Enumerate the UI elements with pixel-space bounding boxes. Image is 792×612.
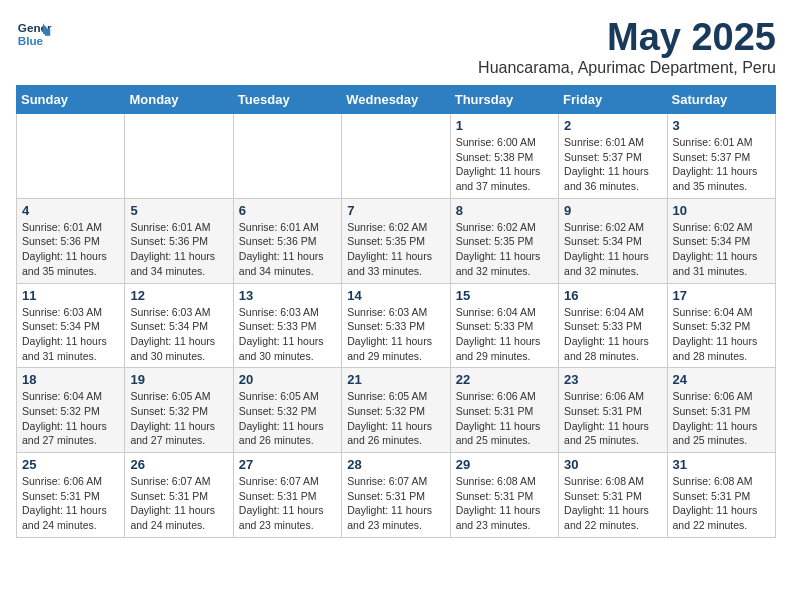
calendar-cell: 4Sunrise: 6:01 AM Sunset: 5:36 PM Daylig… — [17, 198, 125, 283]
day-number: 29 — [456, 457, 553, 472]
day-number: 18 — [22, 372, 119, 387]
day-number: 22 — [456, 372, 553, 387]
day-info: Sunrise: 6:01 AM Sunset: 5:36 PM Dayligh… — [22, 220, 119, 279]
day-info: Sunrise: 6:04 AM Sunset: 5:33 PM Dayligh… — [456, 305, 553, 364]
day-info: Sunrise: 6:05 AM Sunset: 5:32 PM Dayligh… — [347, 389, 444, 448]
day-info: Sunrise: 6:04 AM Sunset: 5:32 PM Dayligh… — [673, 305, 770, 364]
calendar-cell — [342, 114, 450, 199]
calendar-cell: 8Sunrise: 6:02 AM Sunset: 5:35 PM Daylig… — [450, 198, 558, 283]
calendar-cell — [17, 114, 125, 199]
logo: General Blue — [16, 16, 52, 52]
calendar-cell: 14Sunrise: 6:03 AM Sunset: 5:33 PM Dayli… — [342, 283, 450, 368]
calendar-cell: 2Sunrise: 6:01 AM Sunset: 5:37 PM Daylig… — [559, 114, 667, 199]
day-number: 6 — [239, 203, 336, 218]
day-info: Sunrise: 6:07 AM Sunset: 5:31 PM Dayligh… — [347, 474, 444, 533]
day-info: Sunrise: 6:02 AM Sunset: 5:35 PM Dayligh… — [456, 220, 553, 279]
calendar-cell: 9Sunrise: 6:02 AM Sunset: 5:34 PM Daylig… — [559, 198, 667, 283]
calendar-cell — [125, 114, 233, 199]
day-info: Sunrise: 6:08 AM Sunset: 5:31 PM Dayligh… — [564, 474, 661, 533]
day-number: 23 — [564, 372, 661, 387]
day-number: 9 — [564, 203, 661, 218]
day-info: Sunrise: 6:05 AM Sunset: 5:32 PM Dayligh… — [130, 389, 227, 448]
weekday-header-saturday: Saturday — [667, 86, 775, 114]
calendar-cell: 21Sunrise: 6:05 AM Sunset: 5:32 PM Dayli… — [342, 368, 450, 453]
day-info: Sunrise: 6:01 AM Sunset: 5:36 PM Dayligh… — [130, 220, 227, 279]
day-number: 2 — [564, 118, 661, 133]
day-info: Sunrise: 6:06 AM Sunset: 5:31 PM Dayligh… — [22, 474, 119, 533]
calendar-cell: 23Sunrise: 6:06 AM Sunset: 5:31 PM Dayli… — [559, 368, 667, 453]
day-number: 1 — [456, 118, 553, 133]
calendar-cell: 22Sunrise: 6:06 AM Sunset: 5:31 PM Dayli… — [450, 368, 558, 453]
day-info: Sunrise: 6:00 AM Sunset: 5:38 PM Dayligh… — [456, 135, 553, 194]
day-number: 12 — [130, 288, 227, 303]
day-info: Sunrise: 6:01 AM Sunset: 5:36 PM Dayligh… — [239, 220, 336, 279]
calendar-cell: 20Sunrise: 6:05 AM Sunset: 5:32 PM Dayli… — [233, 368, 341, 453]
day-number: 5 — [130, 203, 227, 218]
weekday-header-sunday: Sunday — [17, 86, 125, 114]
day-number: 10 — [673, 203, 770, 218]
calendar-table: SundayMondayTuesdayWednesdayThursdayFrid… — [16, 85, 776, 538]
day-number: 31 — [673, 457, 770, 472]
day-number: 28 — [347, 457, 444, 472]
calendar-week-1: 1Sunrise: 6:00 AM Sunset: 5:38 PM Daylig… — [17, 114, 776, 199]
page-header: General Blue May 2025 Huancarama, Apurim… — [16, 16, 776, 77]
svg-marker-3 — [45, 29, 50, 36]
day-number: 3 — [673, 118, 770, 133]
day-info: Sunrise: 6:06 AM Sunset: 5:31 PM Dayligh… — [673, 389, 770, 448]
calendar-cell: 25Sunrise: 6:06 AM Sunset: 5:31 PM Dayli… — [17, 453, 125, 538]
calendar-cell: 12Sunrise: 6:03 AM Sunset: 5:34 PM Dayli… — [125, 283, 233, 368]
calendar-week-2: 4Sunrise: 6:01 AM Sunset: 5:36 PM Daylig… — [17, 198, 776, 283]
day-info: Sunrise: 6:07 AM Sunset: 5:31 PM Dayligh… — [130, 474, 227, 533]
calendar-cell: 15Sunrise: 6:04 AM Sunset: 5:33 PM Dayli… — [450, 283, 558, 368]
day-number: 7 — [347, 203, 444, 218]
calendar-cell: 27Sunrise: 6:07 AM Sunset: 5:31 PM Dayli… — [233, 453, 341, 538]
calendar-cell: 11Sunrise: 6:03 AM Sunset: 5:34 PM Dayli… — [17, 283, 125, 368]
weekday-header-wednesday: Wednesday — [342, 86, 450, 114]
day-info: Sunrise: 6:05 AM Sunset: 5:32 PM Dayligh… — [239, 389, 336, 448]
calendar-cell: 13Sunrise: 6:03 AM Sunset: 5:33 PM Dayli… — [233, 283, 341, 368]
calendar-cell: 1Sunrise: 6:00 AM Sunset: 5:38 PM Daylig… — [450, 114, 558, 199]
day-number: 14 — [347, 288, 444, 303]
calendar-cell: 6Sunrise: 6:01 AM Sunset: 5:36 PM Daylig… — [233, 198, 341, 283]
day-number: 19 — [130, 372, 227, 387]
day-number: 21 — [347, 372, 444, 387]
day-info: Sunrise: 6:07 AM Sunset: 5:31 PM Dayligh… — [239, 474, 336, 533]
calendar-week-3: 11Sunrise: 6:03 AM Sunset: 5:34 PM Dayli… — [17, 283, 776, 368]
calendar-cell: 29Sunrise: 6:08 AM Sunset: 5:31 PM Dayli… — [450, 453, 558, 538]
calendar-cell: 3Sunrise: 6:01 AM Sunset: 5:37 PM Daylig… — [667, 114, 775, 199]
weekday-header-tuesday: Tuesday — [233, 86, 341, 114]
calendar-cell: 16Sunrise: 6:04 AM Sunset: 5:33 PM Dayli… — [559, 283, 667, 368]
day-number: 15 — [456, 288, 553, 303]
day-info: Sunrise: 6:01 AM Sunset: 5:37 PM Dayligh… — [673, 135, 770, 194]
calendar-cell: 19Sunrise: 6:05 AM Sunset: 5:32 PM Dayli… — [125, 368, 233, 453]
day-number: 20 — [239, 372, 336, 387]
calendar-cell: 26Sunrise: 6:07 AM Sunset: 5:31 PM Dayli… — [125, 453, 233, 538]
day-info: Sunrise: 6:01 AM Sunset: 5:37 PM Dayligh… — [564, 135, 661, 194]
day-info: Sunrise: 6:08 AM Sunset: 5:31 PM Dayligh… — [673, 474, 770, 533]
location-title: Huancarama, Apurimac Department, Peru — [478, 59, 776, 77]
weekday-header-monday: Monday — [125, 86, 233, 114]
day-number: 8 — [456, 203, 553, 218]
day-number: 4 — [22, 203, 119, 218]
calendar-week-4: 18Sunrise: 6:04 AM Sunset: 5:32 PM Dayli… — [17, 368, 776, 453]
day-number: 11 — [22, 288, 119, 303]
day-info: Sunrise: 6:02 AM Sunset: 5:34 PM Dayligh… — [564, 220, 661, 279]
svg-text:Blue: Blue — [18, 34, 44, 47]
day-info: Sunrise: 6:02 AM Sunset: 5:35 PM Dayligh… — [347, 220, 444, 279]
weekday-header-friday: Friday — [559, 86, 667, 114]
day-number: 13 — [239, 288, 336, 303]
day-info: Sunrise: 6:04 AM Sunset: 5:32 PM Dayligh… — [22, 389, 119, 448]
calendar-week-5: 25Sunrise: 6:06 AM Sunset: 5:31 PM Dayli… — [17, 453, 776, 538]
day-info: Sunrise: 6:06 AM Sunset: 5:31 PM Dayligh… — [456, 389, 553, 448]
day-number: 16 — [564, 288, 661, 303]
day-info: Sunrise: 6:02 AM Sunset: 5:34 PM Dayligh… — [673, 220, 770, 279]
calendar-cell: 5Sunrise: 6:01 AM Sunset: 5:36 PM Daylig… — [125, 198, 233, 283]
calendar-cell: 10Sunrise: 6:02 AM Sunset: 5:34 PM Dayli… — [667, 198, 775, 283]
day-number: 25 — [22, 457, 119, 472]
day-info: Sunrise: 6:03 AM Sunset: 5:34 PM Dayligh… — [22, 305, 119, 364]
day-info: Sunrise: 6:03 AM Sunset: 5:33 PM Dayligh… — [239, 305, 336, 364]
calendar-cell: 28Sunrise: 6:07 AM Sunset: 5:31 PM Dayli… — [342, 453, 450, 538]
calendar-cell: 18Sunrise: 6:04 AM Sunset: 5:32 PM Dayli… — [17, 368, 125, 453]
calendar-cell: 31Sunrise: 6:08 AM Sunset: 5:31 PM Dayli… — [667, 453, 775, 538]
day-info: Sunrise: 6:03 AM Sunset: 5:33 PM Dayligh… — [347, 305, 444, 364]
